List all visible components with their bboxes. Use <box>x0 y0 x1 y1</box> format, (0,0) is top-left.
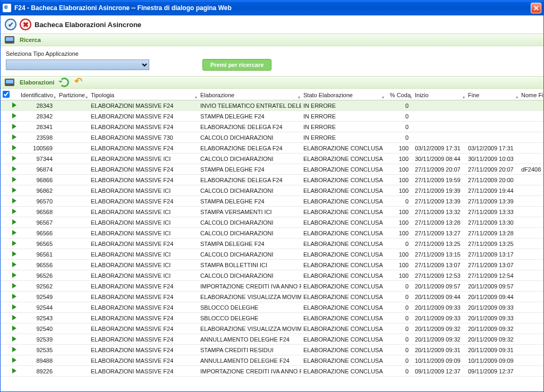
table-row[interactable]: 96862ELABORAZIONI MASSIVE ICICALCOLO DIC… <box>1 185 543 196</box>
cell-part <box>57 185 89 196</box>
cancel-button[interactable]: ✖ <box>20 19 31 30</box>
play-icon[interactable] <box>12 156 16 161</box>
play-icon[interactable] <box>12 198 16 203</box>
window-title: F24 - Bacheca Elaborazioni Asincrone -- … <box>14 4 531 12</box>
table-row[interactable]: 100569ELABORAZIONI MASSIVE F24ELABORAZIO… <box>1 143 543 154</box>
cell-fine: 20/11/2009 09:32 <box>466 334 519 345</box>
play-icon[interactable] <box>12 283 16 288</box>
cell-coda: 100 <box>385 164 413 175</box>
col-fine[interactable]: Fine▾ <box>466 89 519 100</box>
table-row[interactable]: 96568ELABORAZIONI MASSIVE ICISTAMPA VERS… <box>1 207 543 217</box>
table-row[interactable]: 96566ELABORAZIONI MASSIVE ICICALCOLO DIC… <box>1 228 543 238</box>
table-row[interactable]: 28341ELABORAZIONI MASSIVE F24ELABORAZION… <box>1 122 543 132</box>
play-icon[interactable] <box>12 230 16 235</box>
play-icon[interactable] <box>12 188 16 193</box>
table-row[interactable]: 92540ELABORAZIONI MASSIVE F24ELABORAZION… <box>1 323 543 334</box>
col-elab[interactable]: Elaborazione▾ <box>198 89 301 100</box>
close-button[interactable]: ✕ <box>531 3 541 13</box>
play-icon[interactable] <box>12 336 16 342</box>
table-row[interactable]: 96874ELABORAZIONI MASSIVE F24STAMPA DELE… <box>1 164 543 175</box>
play-icon[interactable] <box>12 326 16 331</box>
cell-nome <box>519 313 543 323</box>
table-row[interactable]: 92562ELABORAZIONI MASSIVE F24IMPORTAZION… <box>1 281 543 292</box>
cell-part <box>57 238 89 249</box>
table-row[interactable]: 28342ELABORAZIONI MASSIVE F24STAMPA DELE… <box>1 111 543 122</box>
refresh-icon[interactable] <box>60 78 69 87</box>
cell-coda: 0 <box>385 238 413 249</box>
table-row[interactable]: 92539ELABORAZIONI MASSIVE F24ANNULLAMENT… <box>1 334 543 345</box>
col-part[interactable]: Partizione▾ <box>57 89 89 100</box>
col-coda[interactable]: % Coda▾ <box>385 89 413 100</box>
table-row[interactable]: 96561ELABORAZIONI MASSIVE ICICALCOLO DIC… <box>1 249 543 260</box>
col-stato[interactable]: Stato Elaborazione▾ <box>301 89 385 100</box>
play-icon[interactable] <box>12 166 16 172</box>
cell-tip: ELABORAZIONI MASSIVE F24 <box>89 345 198 355</box>
table-row[interactable]: 92535ELABORAZIONI MASSIVE F24STAMPA CRED… <box>1 345 543 355</box>
play-icon[interactable] <box>12 347 16 352</box>
confirm-button[interactable]: ✔ <box>5 19 16 30</box>
titlebar: F24 - Bacheca Elaborazioni Asincrone -- … <box>1 1 543 15</box>
cell-elab: ANNULLAMENTO DELEGHE F24 <box>198 355 301 366</box>
cell-part <box>57 175 89 185</box>
cell-id: 23598 <box>19 132 57 143</box>
play-icon[interactable] <box>12 315 16 320</box>
search-button[interactable]: Premi per ricercare <box>202 59 271 71</box>
play-icon[interactable] <box>12 294 16 299</box>
col-inizio[interactable]: Inizio▾ <box>413 89 466 100</box>
cell-inizio: 09/11/2009 12:37 <box>413 366 466 377</box>
cell-id: 89226 <box>19 366 57 377</box>
play-icon[interactable] <box>12 262 16 267</box>
select-all-header[interactable] <box>1 89 10 100</box>
table-row[interactable]: 89488ELABORAZIONI MASSIVE F24ANNULLAMENT… <box>1 355 543 366</box>
cell-coda: 0 <box>385 132 413 143</box>
play-icon[interactable] <box>12 145 16 150</box>
col-tip[interactable]: Tipologia▾ <box>89 89 198 100</box>
cell-stato: ELABORAZIONE CONCLUSA <box>301 366 385 377</box>
cell-id: 96526 <box>19 270 57 281</box>
play-icon[interactable] <box>12 241 16 246</box>
cell-part <box>57 345 89 355</box>
undo-icon[interactable] <box>74 78 85 87</box>
cell-stato: IN ERRORE <box>301 100 385 111</box>
cell-tip: ELABORAZIONI MASSIVE ICI <box>89 249 198 260</box>
play-icon[interactable] <box>12 134 16 140</box>
cell-fine: 20/11/2009 09:31 <box>466 345 519 355</box>
table-row[interactable]: 96866ELABORAZIONI MASSIVE F24ELABORAZION… <box>1 175 543 185</box>
cell-nome <box>519 228 543 238</box>
table-row[interactable]: 89226ELABORAZIONI MASSIVE F24IMPORTAZION… <box>1 366 543 377</box>
table-row[interactable]: 96565ELABORAZIONI MASSIVE F24STAMPA DELE… <box>1 238 543 249</box>
table-row[interactable]: 96556ELABORAZIONI MASSIVE ICISTAMPA BOLL… <box>1 260 543 270</box>
table-row[interactable]: 96570ELABORAZIONI MASSIVE F24STAMPA DELE… <box>1 196 543 207</box>
play-icon[interactable] <box>12 357 16 363</box>
play-icon[interactable] <box>12 124 16 129</box>
cell-coda: 100 <box>385 270 413 281</box>
cell-id: 96556 <box>19 260 57 270</box>
select-all-checkbox[interactable] <box>3 91 10 98</box>
cell-stato: ELABORAZIONE CONCLUSA <box>301 164 385 175</box>
cell-fine: 20/11/2009 09:44 <box>466 292 519 302</box>
cell-inizio: 27/11/2009 13:39 <box>413 196 466 207</box>
cell-nome <box>519 260 543 270</box>
play-icon[interactable] <box>12 251 16 257</box>
play-icon[interactable] <box>12 368 16 373</box>
table-row[interactable]: 96526ELABORAZIONI MASSIVE ICICALCOLO DIC… <box>1 270 543 281</box>
table-row[interactable]: 96567ELABORAZIONI MASSIVE ICICALCOLO DIC… <box>1 217 543 228</box>
application-type-select[interactable] <box>6 59 149 70</box>
play-icon[interactable] <box>12 209 16 214</box>
table-row[interactable]: 92549ELABORAZIONI MASSIVE F24ELABORAZION… <box>1 292 543 302</box>
play-icon[interactable] <box>12 219 16 225</box>
search-section-title: Ricerca <box>20 37 41 43</box>
table-row[interactable]: 97344ELABORAZIONI MASSIVE ICICALCOLO DIC… <box>1 154 543 164</box>
table-row[interactable]: 28343ELABORAZIONI MASSIVE F24INVIO TELEM… <box>1 100 543 111</box>
play-icon[interactable] <box>12 272 16 278</box>
play-icon[interactable] <box>12 113 16 118</box>
play-icon[interactable] <box>12 304 16 310</box>
col-nome[interactable]: Nome Fi <box>519 89 543 100</box>
table-row[interactable]: 92543ELABORAZIONI MASSIVE F24SBLOCCO DEL… <box>1 313 543 323</box>
table-row[interactable]: 92544ELABORAZIONI MASSIVE F24SBLOCCO DEL… <box>1 302 543 313</box>
col-id[interactable]: Identificativo▾ <box>19 89 57 100</box>
table-row[interactable]: 23598ELABORAZIONI MASSIVE 730CALCOLO DIC… <box>1 132 543 143</box>
play-icon[interactable] <box>12 177 16 182</box>
cell-fine: 27/11/2009 13:33 <box>466 207 519 217</box>
play-icon[interactable] <box>12 103 16 108</box>
